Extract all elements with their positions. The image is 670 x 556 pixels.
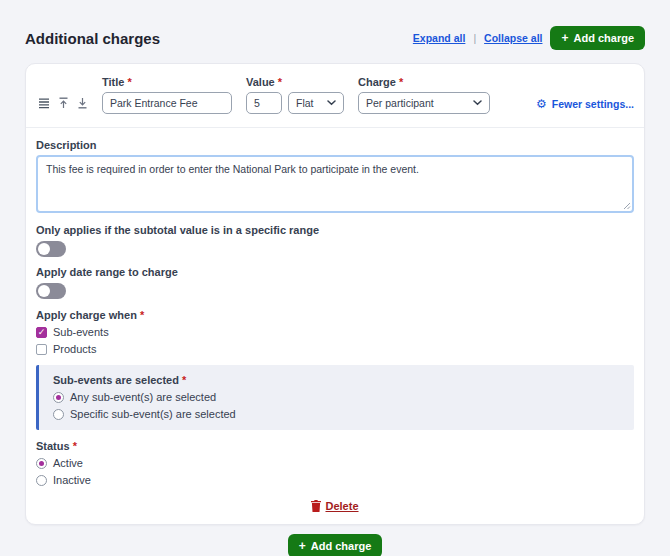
title-input[interactable]: [102, 92, 232, 114]
value-type-select[interactable]: Flat: [288, 92, 344, 114]
products-checkbox[interactable]: [36, 344, 47, 355]
sub-events-checkbox[interactable]: ✓: [36, 327, 47, 338]
required-asterisk: *: [127, 76, 131, 88]
add-charge-button-label: Add charge: [311, 540, 372, 552]
plus-icon: +: [561, 32, 568, 44]
link-separator: |: [473, 32, 476, 44]
add-charge-button-top[interactable]: + Add charge: [550, 26, 645, 50]
plus-icon: +: [299, 540, 306, 552]
fewer-settings-label: Fewer settings...: [552, 98, 634, 110]
footer: + Add charge: [25, 534, 645, 556]
specific-sub-events-radio-label: Specific sub-event(s) are selected: [70, 408, 236, 420]
active-radio-label: Active: [53, 457, 83, 469]
date-range-toggle-label: Apply date range to charge: [36, 266, 634, 278]
collapse-all-link[interactable]: Collapse all: [484, 32, 542, 44]
status-label-text: Status: [36, 440, 70, 452]
subtotal-range-toggle-label: Only applies if the subtotal value is in…: [36, 224, 634, 236]
reorder-controls: [36, 92, 88, 114]
chevron-down-icon: [473, 100, 482, 106]
radio-dot: [56, 395, 61, 400]
charge-selected: Per participant: [366, 97, 467, 109]
apply-charge-when-text: Apply charge when: [36, 309, 137, 321]
title-field: Title *: [102, 76, 232, 114]
value-controls: Flat: [246, 92, 344, 114]
charge-field: Charge * Per participant: [358, 76, 490, 114]
description-wrapper: This fee is required in order to enter t…: [36, 155, 634, 215]
add-charge-button-bottom[interactable]: + Add charge: [288, 534, 383, 556]
any-sub-events-radio-label: Any sub-event(s) are selected: [70, 391, 216, 403]
drag-handle-icon[interactable]: [38, 98, 50, 109]
date-range-toggle[interactable]: [36, 283, 66, 299]
apply-charge-when-label: Apply charge when *: [36, 309, 634, 321]
status-section: Status * Active Inactive: [36, 440, 634, 486]
required-asterisk: *: [278, 76, 282, 88]
charge-label-text: Charge: [358, 76, 396, 88]
specific-sub-events-radio-row[interactable]: Specific sub-event(s) are selected: [53, 408, 620, 420]
delete-link[interactable]: Delete: [311, 500, 358, 512]
active-radio-row[interactable]: Active: [36, 457, 634, 469]
sub-events-selected-text: Sub-events are selected: [53, 374, 179, 386]
required-asterisk: *: [182, 374, 186, 386]
subtotal-range-toggle-block: Only applies if the subtotal value is in…: [36, 224, 634, 257]
fewer-settings-link[interactable]: ⚙ Fewer settings...: [536, 98, 634, 110]
subtotal-range-toggle[interactable]: [36, 241, 66, 257]
inactive-radio[interactable]: [36, 475, 47, 486]
value-label-text: Value: [246, 76, 275, 88]
charge-card-body: Description This fee is required in orde…: [26, 128, 644, 524]
move-to-bottom-icon[interactable]: [77, 97, 88, 109]
charge-card: Title * Value * Flat: [25, 63, 645, 525]
any-sub-events-radio-row[interactable]: Any sub-event(s) are selected: [53, 391, 620, 403]
required-asterisk: *: [73, 440, 77, 452]
move-to-top-icon[interactable]: [58, 97, 69, 109]
title-label-text: Title: [102, 76, 124, 88]
products-checkbox-row[interactable]: Products: [36, 343, 634, 355]
trash-icon: [311, 500, 321, 512]
specific-sub-events-radio[interactable]: [53, 409, 64, 420]
value-type-selected: Flat: [296, 97, 321, 109]
inactive-radio-row[interactable]: Inactive: [36, 474, 634, 486]
charge-field-label: Charge *: [358, 76, 490, 88]
toggle-knob: [38, 243, 50, 255]
toggle-knob: [38, 285, 50, 297]
description-label: Description: [36, 139, 634, 151]
active-radio[interactable]: [36, 458, 47, 469]
sub-events-checkbox-row[interactable]: ✓ Sub-events: [36, 326, 634, 338]
resize-handle-icon[interactable]: [623, 202, 631, 210]
delete-row: Delete: [36, 500, 634, 512]
value-input[interactable]: [246, 92, 282, 114]
charge-card-header: Title * Value * Flat: [26, 64, 644, 128]
inactive-radio-label: Inactive: [53, 474, 91, 486]
any-sub-events-radio[interactable]: [53, 392, 64, 403]
header-actions: Expand all | Collapse all + Add charge: [413, 26, 645, 50]
required-asterisk: *: [399, 76, 403, 88]
sub-events-selected-label: Sub-events are selected *: [53, 374, 620, 386]
page-header: Additional charges Expand all | Collapse…: [25, 26, 645, 50]
sub-events-checkbox-label: Sub-events: [53, 326, 109, 338]
products-checkbox-label: Products: [53, 343, 96, 355]
delete-link-label: Delete: [325, 500, 358, 512]
apply-charge-when-section: Apply charge when * ✓ Sub-events Product…: [36, 309, 634, 355]
value-field: Value * Flat: [246, 76, 344, 114]
status-label: Status *: [36, 440, 634, 452]
radio-dot: [39, 461, 44, 466]
chevron-down-icon: [327, 100, 336, 106]
value-field-label: Value *: [246, 76, 344, 88]
gear-icon: ⚙: [536, 98, 547, 110]
add-charge-button-label: Add charge: [573, 32, 634, 44]
expand-all-link[interactable]: Expand all: [413, 32, 466, 44]
page: Additional charges Expand all | Collapse…: [0, 0, 670, 556]
title-field-label: Title *: [102, 76, 232, 88]
description-textarea[interactable]: This fee is required in order to enter t…: [36, 155, 634, 213]
page-title: Additional charges: [25, 30, 160, 47]
required-asterisk: *: [140, 309, 144, 321]
checkmark-icon: ✓: [38, 328, 46, 337]
charge-select[interactable]: Per participant: [358, 92, 490, 114]
date-range-toggle-block: Apply date range to charge: [36, 266, 634, 299]
sub-events-selected-panel: Sub-events are selected * Any sub-event(…: [36, 365, 634, 430]
